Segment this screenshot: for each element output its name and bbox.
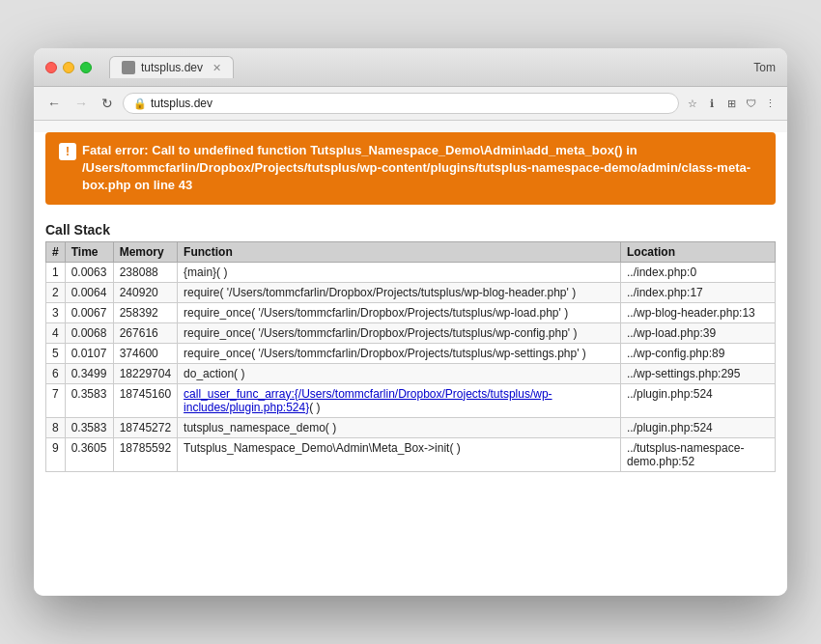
cell-memory: 18745160 [113, 383, 177, 417]
cell-time: 0.0064 [65, 282, 113, 302]
table-row: 70.358318745160call_user_func_array:{/Us… [46, 383, 776, 417]
cell-function: require_once( '/Users/tommcfarlin/Dropbo… [178, 322, 621, 343]
error-box: ! Fatal error: Call to undefined functio… [45, 132, 776, 205]
cell-location: ../wp-settings.php:295 [621, 363, 776, 383]
cell-time: 0.3583 [65, 417, 113, 437]
cell-time: 0.0107 [65, 343, 113, 363]
cell-num: 8 [46, 417, 66, 437]
tab-area: tutsplus.dev ✕ [109, 56, 776, 78]
col-header-time: Time [65, 241, 113, 262]
cell-function: tutsplus_namespace_demo( ) [178, 417, 621, 437]
browser-window: tutsplus.dev ✕ Tom ← → ↻ 🔒 tutsplus.dev … [34, 48, 787, 596]
cell-location: ../wp-load.php:39 [621, 322, 776, 343]
cell-num: 7 [46, 383, 66, 417]
cell-function: require_once( '/Users/tommcfarlin/Dropbo… [178, 302, 621, 322]
cell-num: 4 [46, 322, 66, 343]
svg-rect-0 [124, 63, 133, 72]
cell-num: 5 [46, 343, 66, 363]
cell-memory: 374600 [113, 343, 177, 363]
lock-icon: 🔒 [133, 98, 147, 110]
table-row: 90.360518785592Tutsplus_Namespace_Demo\A… [46, 437, 776, 471]
function-link[interactable]: call_user_func_array:{/Users/tommcfarlin… [184, 387, 552, 414]
cell-function: Tutsplus_Namespace_Demo\Admin\Meta_Box->… [178, 437, 621, 471]
close-button[interactable] [45, 62, 57, 73]
cell-location: ../plugin.php:524 [621, 383, 776, 417]
table-row: 60.349918229704do_action( )../wp-setting… [46, 363, 776, 383]
tab-favicon [122, 61, 135, 74]
cell-time: 0.0068 [65, 322, 113, 343]
cell-memory: 18785592 [113, 437, 177, 471]
col-header-function: Function [178, 241, 621, 262]
url-text: tutsplus.dev [151, 97, 212, 110]
tab-close-button[interactable]: ✕ [212, 62, 221, 74]
cell-location: ../tutsplus-namespace-demo.php:52 [621, 437, 776, 471]
error-message: Fatal error: Call to undefined function … [82, 142, 762, 195]
col-header-location: Location [621, 241, 776, 262]
cell-num: 2 [46, 282, 66, 302]
cell-memory: 238088 [113, 262, 177, 282]
col-header-num: # [46, 241, 66, 262]
cell-function: require( '/Users/tommcfarlin/Dropbox/Pro… [178, 282, 621, 302]
shield-icon[interactable]: 🛡 [743, 96, 758, 111]
cell-memory: 267616 [113, 322, 177, 343]
browser-tab[interactable]: tutsplus.dev ✕ [109, 56, 234, 78]
cell-time: 0.3605 [65, 437, 113, 471]
call-stack-table: # Time Memory Function Location 10.00632… [45, 241, 776, 472]
cell-location: ../index.php:17 [621, 282, 776, 302]
address-bar[interactable]: 🔒 tutsplus.dev [123, 93, 679, 114]
minimize-button[interactable] [63, 62, 74, 73]
table-row: 40.0068267616require_once( '/Users/tommc… [46, 322, 776, 343]
col-header-memory: Memory [113, 241, 177, 262]
callstack-title: Call Stack [45, 216, 776, 241]
title-bar: tutsplus.dev ✕ Tom [34, 48, 787, 87]
cell-location: ../wp-blog-header.php:13 [621, 302, 776, 322]
cell-time: 0.3583 [65, 383, 113, 417]
cell-time: 0.3499 [65, 363, 113, 383]
cell-num: 1 [46, 262, 66, 282]
layers-icon[interactable]: ⊞ [723, 96, 739, 111]
title-bar-user: Tom [753, 61, 776, 74]
cell-location: ../plugin.php:524 [621, 417, 776, 437]
cell-location: ../wp-config.php:89 [621, 343, 776, 363]
table-header-row: # Time Memory Function Location [46, 241, 776, 262]
table-row: 20.0064240920require( '/Users/tommcfarli… [46, 282, 776, 302]
cell-num: 6 [46, 363, 66, 383]
table-row: 30.0067258392require_once( '/Users/tommc… [46, 302, 776, 322]
table-row: 10.0063238088{main}( )../index.php:0 [46, 262, 776, 282]
back-button[interactable]: ← [43, 94, 65, 113]
cell-function: {main}( ) [178, 262, 621, 282]
cell-num: 3 [46, 302, 66, 322]
cell-function: require_once( '/Users/tommcfarlin/Dropbo… [178, 343, 621, 363]
bookmark-icon[interactable]: ☆ [685, 96, 700, 111]
cell-function: call_user_func_array:{/Users/tommcfarlin… [178, 383, 621, 417]
cell-function: do_action( ) [178, 363, 621, 383]
cell-time: 0.0067 [65, 302, 113, 322]
nav-icons-right: ☆ ℹ ⊞ 🛡 ⋮ [685, 96, 778, 111]
cell-memory: 18745272 [113, 417, 177, 437]
error-title: ! Fatal error: Call to undefined functio… [59, 142, 762, 195]
callstack-section: Call Stack # Time Memory Function Locati… [45, 216, 776, 472]
table-row: 50.0107374600require_once( '/Users/tommc… [46, 343, 776, 363]
table-row: 80.358318745272tutsplus_namespace_demo( … [46, 417, 776, 437]
cell-memory: 240920 [113, 282, 177, 302]
menu-icon[interactable]: ⋮ [762, 96, 778, 111]
cell-time: 0.0063 [65, 262, 113, 282]
cell-location: ../index.php:0 [621, 262, 776, 282]
forward-button[interactable]: → [71, 94, 92, 113]
tab-title: tutsplus.dev [141, 61, 203, 74]
info-icon[interactable]: ℹ [704, 96, 720, 111]
cell-num: 9 [46, 437, 66, 471]
reload-button[interactable]: ↻ [98, 94, 117, 113]
traffic-lights [45, 62, 92, 73]
cell-memory: 258392 [113, 302, 177, 322]
cell-memory: 18229704 [113, 363, 177, 383]
page-content: ! Fatal error: Call to undefined functio… [34, 132, 787, 596]
error-icon: ! [59, 143, 76, 160]
nav-bar: ← → ↻ 🔒 tutsplus.dev ☆ ℹ ⊞ 🛡 ⋮ [34, 87, 787, 121]
maximize-button[interactable] [80, 62, 92, 73]
